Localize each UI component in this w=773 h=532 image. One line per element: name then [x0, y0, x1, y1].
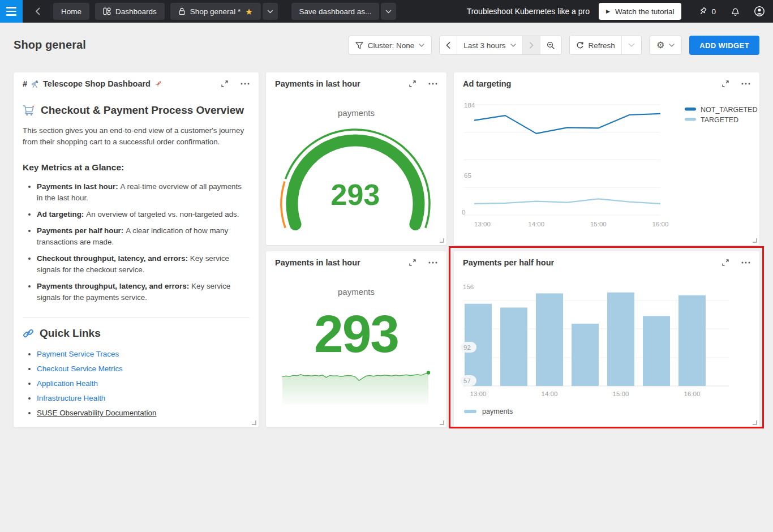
link-infrastructure-health[interactable]: Infrastructure Health — [37, 394, 105, 402]
resize-handle[interactable] — [252, 421, 256, 425]
save-dashboard-as-label: Save dashboard as... — [299, 7, 372, 16]
time-range-button[interactable]: Last 3 hours — [457, 36, 522, 54]
expand-widget-button[interactable] — [721, 79, 730, 88]
arrow-left-icon — [33, 7, 42, 16]
refresh-button[interactable]: Refresh — [570, 36, 622, 54]
cluster-filter-label: Cluster: None — [368, 41, 415, 50]
quick-links-heading: Quick Links — [23, 327, 250, 340]
expand-widget-button[interactable] — [220, 79, 229, 88]
ad-targeting-chart[interactable]: 18465013:0014:0015:0016:00NOT_TARGETEDTA… — [454, 95, 759, 245]
metrics-list: Payments in last hour:A real-time overvi… — [23, 181, 250, 303]
promo-text: Troubleshoot Kubernetes like a pro — [467, 7, 590, 16]
markdown-widget-title: Telescope Shop Dashboard — [43, 79, 151, 88]
resize-handle[interactable] — [753, 421, 757, 425]
dashboard-options-chevron[interactable] — [263, 3, 278, 20]
nav-current-dashboard-button[interactable]: Shop general * ★ — [170, 3, 261, 20]
time-back-button[interactable] — [440, 36, 457, 54]
metric-item: Ad targeting:An overview of targeted vs.… — [37, 209, 250, 220]
widget-menu-button[interactable] — [428, 261, 437, 264]
svg-text:0: 0 — [462, 209, 465, 216]
save-options-chevron[interactable] — [381, 3, 396, 20]
pin-count: 0 — [711, 7, 716, 16]
payments-gauge-chart[interactable]: 293 — [266, 95, 446, 245]
avatar-icon — [754, 6, 765, 17]
resize-handle[interactable] — [440, 238, 444, 243]
nav-home-button[interactable]: Home — [53, 3, 89, 20]
add-widget-label: ADD WIDGET — [699, 41, 749, 50]
top-navbar: Home Dashboards Shop general * ★ — [0, 0, 773, 23]
back-button[interactable] — [28, 2, 48, 20]
time-forward-button[interactable] — [523, 36, 540, 54]
payments-gauge-widget: Payments in last hour payments 293 — [266, 72, 446, 245]
link-checkout-service-metrics[interactable]: Checkout Service Metrics — [37, 364, 123, 373]
expand-widget-button[interactable] — [408, 258, 417, 267]
payments-value: 293 — [266, 308, 446, 361]
nav-current-dashboard-label: Shop general * — [190, 7, 241, 16]
zoom-out-icon — [547, 41, 555, 50]
menu-button[interactable] — [0, 0, 23, 23]
play-icon: ▶ — [606, 8, 610, 14]
watch-tutorial-button[interactable]: ▶ Watch the tutorial — [599, 3, 681, 20]
svg-text:65: 65 — [464, 172, 471, 179]
expand-icon — [721, 79, 730, 88]
widget-menu-button[interactable] — [741, 261, 750, 264]
time-range-label: Last 3 hours — [463, 41, 505, 50]
payments-number-widget: Payments in last hour payments 293 — [266, 251, 446, 427]
expand-widget-button[interactable] — [408, 79, 417, 88]
svg-text:293: 293 — [331, 178, 380, 211]
ad-targeting-widget: Ad targeting 18465013:0014:0015:0016:00N… — [454, 72, 759, 245]
svg-text:156: 156 — [463, 284, 474, 290]
dashboard-toolbar: Cluster: None Last 3 hours — [348, 36, 759, 55]
time-zoom-out-button[interactable] — [540, 36, 561, 54]
pinned-views-button[interactable]: 0 — [698, 7, 716, 16]
metric-item: Payments per half hour:A clear indicatio… — [37, 225, 250, 248]
ellipsis-icon — [241, 83, 250, 85]
chevron-down-icon — [628, 43, 635, 48]
add-widget-button[interactable]: ADD WIDGET — [689, 36, 759, 55]
widget-title: Ad targeting — [463, 79, 511, 88]
expand-widget-button[interactable] — [721, 258, 730, 267]
link-icon — [23, 328, 34, 339]
link-suse-observability-docs[interactable]: SUSE Observability Documentation — [37, 409, 156, 417]
ellipsis-icon — [428, 83, 437, 85]
widget-menu-button[interactable] — [241, 83, 250, 85]
dashboard-settings-button[interactable]: ⚙ — [649, 36, 682, 55]
refresh-options-chevron[interactable] — [622, 36, 641, 54]
widget-menu-button[interactable] — [741, 83, 750, 85]
user-avatar-button[interactable] — [754, 6, 765, 17]
ellipsis-icon — [741, 261, 750, 264]
link-application-health[interactable]: Application Health — [37, 379, 98, 388]
ellipsis-icon — [428, 261, 437, 264]
nav-home-label: Home — [61, 7, 81, 16]
resize-handle[interactable] — [753, 238, 757, 243]
payments-sparkline[interactable] — [282, 367, 428, 405]
ellipsis-icon — [741, 83, 750, 85]
link-payment-service-traces[interactable]: Payment Service Traces — [37, 350, 119, 358]
widget-menu-button[interactable] — [428, 83, 437, 85]
notifications-button[interactable] — [731, 7, 740, 16]
payments-per-half-hour-chart[interactable]: 156925713:0014:0015:0016:00payments — [454, 274, 759, 427]
pin-icon — [698, 7, 707, 16]
series-label: payments — [266, 287, 446, 297]
svg-text:57: 57 — [463, 377, 471, 384]
chevron-right-icon — [529, 42, 534, 49]
metrics-heading: Key Metrics at a Glance: — [23, 162, 250, 173]
quick-links-list: Payment Service Traces Checkout Service … — [23, 349, 250, 418]
filter-icon — [355, 42, 363, 49]
svg-text:NOT_TARGETED: NOT_TARGETED — [701, 106, 757, 114]
favorite-star-icon[interactable]: ★ — [245, 7, 252, 16]
svg-text:13:00: 13:00 — [470, 391, 487, 397]
cluster-filter-button[interactable]: Cluster: None — [348, 36, 432, 55]
shopping-cart-icon — [23, 105, 35, 116]
expand-icon — [721, 258, 730, 267]
nav-dashboards-button[interactable]: Dashboards — [95, 3, 165, 20]
markdown-widget: # Telescope Shop Dashboard — [14, 72, 259, 427]
expand-icon — [408, 258, 417, 267]
svg-text:16:00: 16:00 — [652, 221, 669, 228]
resize-handle[interactable] — [440, 421, 444, 425]
save-dashboard-as-button[interactable]: Save dashboard as... — [291, 3, 380, 20]
chevron-down-icon — [419, 44, 424, 47]
svg-text:payments: payments — [482, 407, 513, 415]
divider — [23, 318, 250, 318]
widget-title: Payments in last hour — [275, 258, 360, 267]
